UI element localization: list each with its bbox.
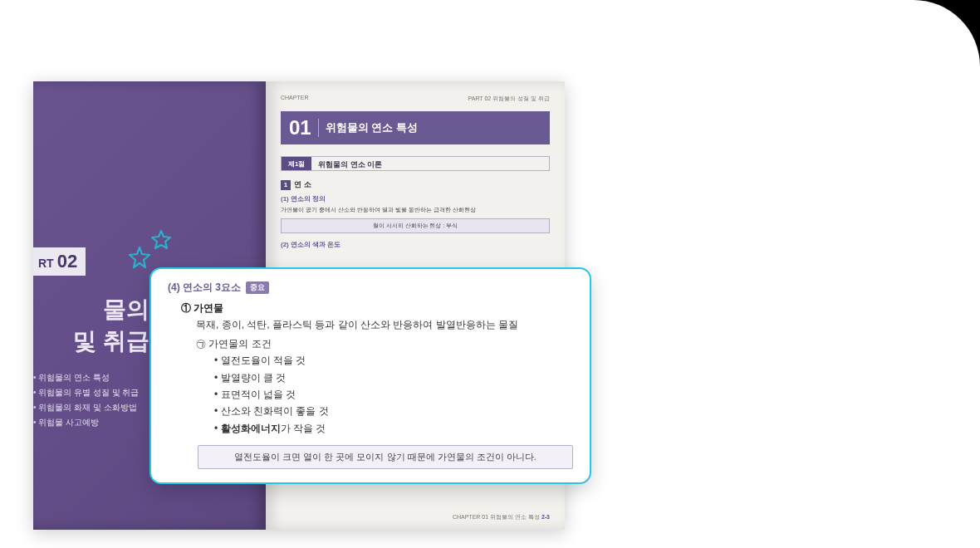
chapter-title: 위험물의 연소 특성 — [326, 120, 418, 135]
chapter-number: 01 — [289, 118, 311, 138]
divider — [318, 119, 319, 137]
subheading: (2) 연소의 색과 온도 — [281, 240, 550, 249]
page-footer: CHAPTER 01 위험물의 연소 특성 2-3 — [453, 513, 550, 521]
item-description: 목재, 종이, 석탄, 플라스틱 등과 같이 산소와 반응하여 발열반응하는 물… — [181, 316, 573, 333]
part-title-line2: 및 취급 — [73, 328, 149, 354]
block-number-icon: 1 — [281, 180, 291, 190]
page-number: 2-3 — [541, 514, 550, 520]
page-body: 1 연 소 (1) 연소의 정의 가연물이 공기 중에서 산소와 반응하여 열과… — [281, 179, 550, 249]
section-tab: 제1절 — [282, 157, 311, 170]
body-text: 가연물이 공기 중에서 산소와 반응하여 열과 빛을 동반하는 급격한 산화현상 — [281, 206, 550, 214]
callout-popup: (4) 연소의 3요소 중요 ① 가연물 목재, 종이, 석탄, 플라스틱 등과… — [149, 267, 591, 484]
list-item: 열전도율이 적을 것 — [214, 352, 573, 369]
footer-text: CHAPTER 01 위험물의 연소 특성 — [453, 514, 540, 520]
chapter-tag: CHAPTER — [281, 95, 308, 103]
note-box: 철이 서서히 산화하는 현상 : 부식 — [281, 218, 550, 233]
part-number: 02 — [57, 251, 77, 272]
callout-note-box: 열전도율이 크면 열이 한 곳에 모이지 않기 때문에 가연물의 조건이 아니다… — [198, 445, 573, 469]
part-title: 물의 및 취급 — [33, 294, 149, 357]
part-label: RT — [38, 257, 54, 270]
list-item: 표면적이 넓을 것 — [214, 386, 573, 403]
list-item: 산소와 친화력이 좋을 것 — [214, 403, 573, 419]
part-caption: PART 02 위험물의 성질 및 취급 — [468, 95, 550, 103]
callout-title: (4) 연소의 3요소 — [168, 281, 241, 295]
block-label: 연 소 — [294, 179, 311, 190]
chapter-list: 위험물의 연소 특성 위험물의 유별 성질 및 취급 위험물의 화재 및 소화방… — [33, 370, 139, 430]
list-item: 위험물의 유별 성질 및 취급 — [33, 385, 139, 400]
section-row: 제1절 위험물의 연소 이론 — [281, 156, 550, 171]
item-heading: ① 가연물 — [181, 300, 573, 316]
callout-title-row: (4) 연소의 3요소 중요 — [168, 281, 573, 295]
item-subheading: ㉠ 가연물의 조건 — [181, 335, 573, 352]
subheading: (1) 연소의 정의 — [281, 194, 550, 203]
callout-body: ① 가연물 목재, 종이, 석탄, 플라스틱 등과 같이 산소와 반응하여 발열… — [168, 300, 573, 437]
bullet-suffix: 가 작을 것 — [281, 423, 326, 434]
block-head: 1 연 소 — [281, 179, 550, 190]
list-item: 위험물 사고예방 — [33, 415, 139, 430]
list-item: 발열량이 클 것 — [214, 369, 573, 386]
page-top-bar: CHAPTER PART 02 위험물의 성질 및 취급 — [266, 81, 565, 103]
white-panel: RT 02 물의 및 취급 위험물의 연소 특성 위험물의 유별 성질 및 취급 — [0, 0, 980, 548]
part-badge: RT 02 — [33, 247, 86, 276]
bullet-list: 열전도율이 적을 것 발열량이 클 것 표면적이 넓을 것 산소와 친화력이 좋… — [181, 352, 573, 437]
importance-badge: 중요 — [246, 281, 269, 294]
bold-term: 활성화에너지 — [221, 423, 281, 434]
section-title: 위험물의 연소 이론 — [311, 157, 389, 170]
list-item: 위험물의 연소 특성 — [33, 370, 139, 385]
list-item: 위험물의 화재 및 소화방법 — [33, 400, 139, 415]
list-item: 활성화에너지가 작을 것 — [214, 420, 573, 437]
part-title-line1: 물의 — [103, 296, 149, 322]
chapter-header: 01 위험물의 연소 특성 — [281, 111, 550, 144]
